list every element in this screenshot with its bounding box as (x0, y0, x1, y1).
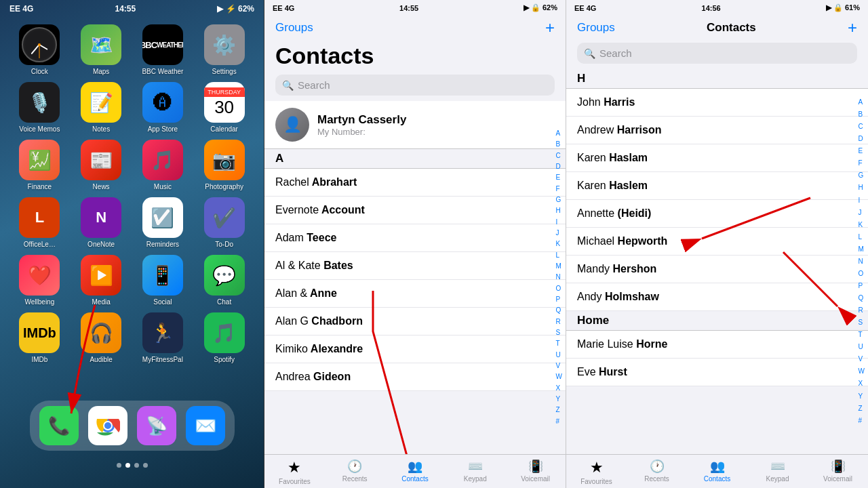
app-finance[interactable]: 💹 Finance (12, 140, 67, 190)
alpha-w[interactable]: W (554, 373, 564, 380)
contact-evernote[interactable]: Evernote Account (264, 197, 566, 224)
contact-karen-haslem[interactable]: Karen Haslem (566, 172, 868, 200)
alpha-r[interactable]: R (554, 319, 564, 325)
alpha2-b[interactable]: B (856, 111, 867, 118)
app-chat[interactable]: 💬 Chat (197, 255, 252, 306)
contact-kimiko[interactable]: Kimiko Alexandre (264, 336, 566, 363)
contact-adam[interactable]: Adam Teece (264, 224, 566, 252)
alpha2-h[interactable]: H (856, 184, 867, 191)
contact-eve-hurst[interactable]: Eve Hurst (566, 359, 868, 386)
app-bbc[interactable]: BBCWEATHER BBC Weather (136, 24, 191, 75)
app-media[interactable]: ▶️ Media (74, 255, 129, 306)
alpha2-k[interactable]: K (856, 222, 867, 228)
contact-karen-haslam[interactable]: Karen Haslam (566, 144, 868, 172)
search-bar-contacts[interactable]: 🔍 Search (275, 75, 555, 96)
alpha2-l[interactable]: L (856, 234, 867, 241)
contact-marie-luise[interactable]: Marie Luise Horne (566, 331, 868, 359)
contact-al-kate[interactable]: Al & Kate Bates (264, 252, 566, 280)
dock-chrome[interactable] (88, 406, 127, 445)
app-maps[interactable]: 🗺️ Maps (74, 24, 129, 75)
app-calendar[interactable]: Thursday 30 Calendar (197, 82, 252, 133)
alpha-u[interactable]: U (554, 352, 564, 359)
contact-michael-hepworth[interactable]: Michael Hepworth (566, 228, 868, 256)
alpha-s[interactable]: S (554, 329, 564, 336)
alpha2-c[interactable]: C (856, 123, 867, 130)
contact-mandy-hershon[interactable]: Mandy Hershon (566, 256, 868, 283)
alpha2-y[interactable]: Y (856, 393, 867, 400)
alpha2-a[interactable]: A (856, 99, 867, 106)
alpha-m[interactable]: M (554, 263, 564, 270)
tab-voicemail[interactable]: 📳 Voicemail (505, 459, 566, 485)
alpha-x[interactable]: X (554, 385, 564, 392)
alpha-h[interactable]: H (554, 207, 564, 214)
alpha-p[interactable]: P (554, 296, 564, 303)
add-contact-button-2[interactable]: + (848, 18, 857, 37)
alpha-hash[interactable]: # (554, 418, 564, 425)
contact-alan-anne[interactable]: Alan & Anne (264, 280, 566, 308)
dock-phone[interactable]: 📞 (39, 406, 79, 445)
app-social[interactable]: 📱 Social (136, 255, 191, 306)
contact-andy-holmshaw[interactable]: Andy Holmshaw (566, 283, 868, 311)
alpha-o[interactable]: O (554, 285, 564, 292)
groups-button-2[interactable]: Groups (577, 21, 615, 35)
alpha2-r[interactable]: R (856, 307, 867, 314)
search-bar-contacts2[interactable]: 🔍 Search (577, 43, 857, 64)
groups-button[interactable]: Groups (275, 21, 313, 35)
app-audible[interactable]: 🎧 Audible (74, 312, 129, 363)
app-music[interactable]: 🎵 Music (136, 140, 191, 190)
tab-keypad[interactable]: ⌨️ Keypad (445, 459, 505, 485)
app-photo[interactable]: 📷 Photography (197, 140, 252, 190)
alpha2-n[interactable]: N (856, 258, 867, 265)
alpha2-f[interactable]: F (856, 160, 867, 167)
alpha-z[interactable]: Z (554, 407, 564, 413)
alpha2-p[interactable]: P (856, 283, 867, 289)
alpha2-j[interactable]: J (856, 209, 867, 216)
alpha-c[interactable]: C (554, 152, 564, 159)
app-notes[interactable]: 📝 Notes (74, 82, 129, 133)
alpha-e[interactable]: E (554, 174, 564, 181)
alpha2-i[interactable]: I (856, 197, 867, 204)
app-fitness[interactable]: 🏃 MyFitnessPal (136, 312, 191, 363)
tab2-favourites[interactable]: ★ Favourites (566, 459, 627, 485)
alpha2-u[interactable]: U (856, 344, 867, 350)
alpha-i[interactable]: I (554, 219, 564, 226)
app-spotify[interactable]: 🎵 Spotify (197, 312, 252, 363)
alpha-b[interactable]: B (554, 141, 564, 148)
dock-mail[interactable]: ✉️ (186, 406, 225, 445)
alpha2-w[interactable]: W (856, 368, 867, 375)
app-imdb[interactable]: IMDb IMDb (12, 312, 67, 363)
contact-annette-heidi[interactable]: Annette (Heidi) (566, 200, 868, 228)
alpha-k[interactable]: K (554, 241, 564, 247)
alpha-a[interactable]: A (554, 130, 564, 137)
alpha2-t[interactable]: T (856, 331, 867, 338)
alpha2-x[interactable]: X (856, 380, 867, 387)
tab-contacts[interactable]: 👥 Contacts (385, 459, 446, 485)
alpha-g[interactable]: G (554, 197, 564, 203)
my-contact-card[interactable]: 👤 Martyn Casserly My Number: (264, 101, 566, 149)
alpha-d[interactable]: D (554, 163, 564, 170)
alpha2-s[interactable]: S (856, 319, 867, 326)
tab-favourites[interactable]: ★ Favourites (264, 459, 325, 485)
app-office[interactable]: L OfficeLe… (12, 197, 67, 248)
alpha2-hash[interactable]: # (856, 418, 867, 424)
alpha-n[interactable]: N (554, 274, 564, 281)
alpha-t[interactable]: T (554, 340, 564, 347)
alpha2-v[interactable]: V (856, 356, 867, 363)
app-todo[interactable]: ✔️ To-Do (197, 197, 252, 248)
tab-recents[interactable]: 🕐 Recents (325, 459, 385, 485)
alpha-l[interactable]: L (554, 252, 564, 259)
alpha-j[interactable]: J (554, 230, 564, 237)
app-voicememo[interactable]: 🎙️ Voice Memos (12, 82, 67, 133)
tab2-keypad[interactable]: ⌨️ Keypad (747, 459, 808, 485)
dock-podcast[interactable]: 📡 (137, 406, 176, 445)
contact-john-harris[interactable]: John Harris (566, 89, 868, 117)
tab2-voicemail[interactable]: 📳 Voicemail (808, 459, 868, 485)
tab2-recents[interactable]: 🕐 Recents (627, 459, 687, 485)
app-clock[interactable]: Clock (12, 24, 67, 75)
alpha2-o[interactable]: O (856, 270, 867, 277)
app-appstore[interactable]: 🅐 App Store (136, 82, 191, 133)
contact-rachel[interactable]: Rachel Abrahart (264, 169, 566, 197)
tab2-contacts[interactable]: 👥 Contacts (687, 459, 747, 485)
contact-andrea[interactable]: Andrea Gideon (264, 363, 566, 391)
contact-andrew-harrison[interactable]: Andrew Harrison (566, 117, 868, 144)
